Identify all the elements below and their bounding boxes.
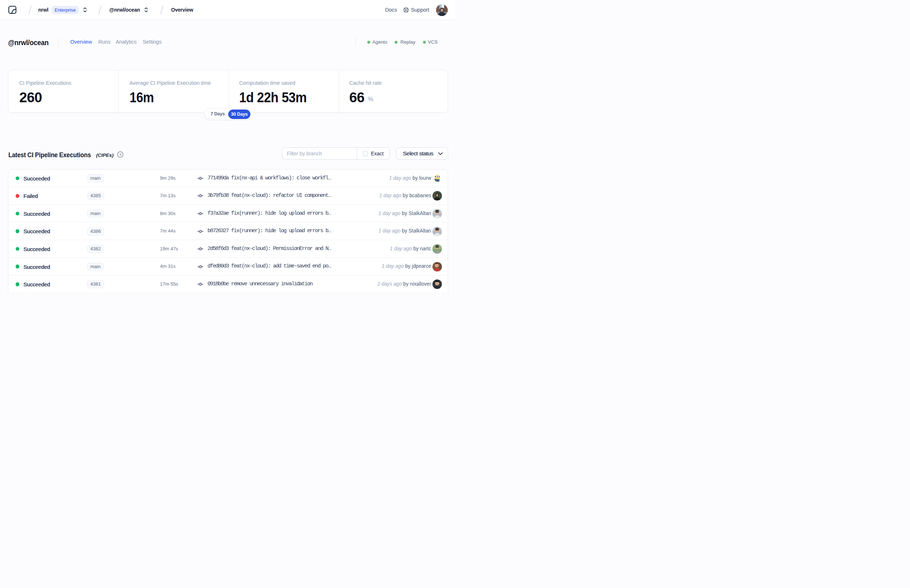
svg-text:?: ?	[119, 152, 121, 156]
